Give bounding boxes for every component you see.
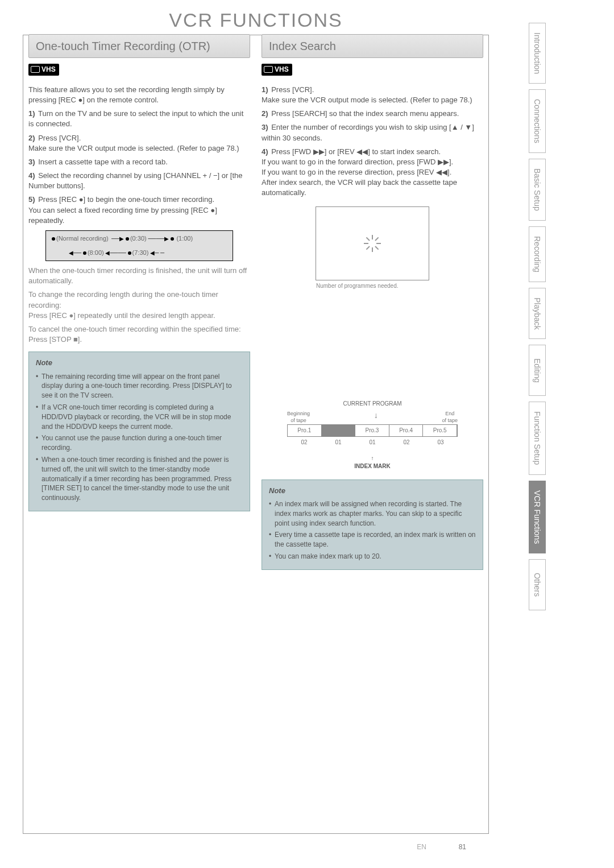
tab-editing[interactable]: Editing <box>529 345 546 396</box>
step: 2) Press [VCR].Make sure the VCR output … <box>28 133 250 154</box>
lang-label: EN <box>417 843 426 851</box>
col-left: One-touch Timer Recording (OTR) VHS This… <box>28 34 250 570</box>
tab-others[interactable]: Others <box>529 559 546 610</box>
tab-function-setup[interactable]: Function Setup <box>529 402 546 474</box>
spinner-icon <box>364 235 381 252</box>
note-box-right: Note An index mark will be assigned when… <box>262 480 483 570</box>
note-title: Note <box>269 486 476 496</box>
tab-basic-setup[interactable]: Basic Setup <box>529 159 546 221</box>
note-item: When a one-touch timer recording is fini… <box>36 455 243 503</box>
step: 1) Turn on the TV and be sure to select … <box>28 109 250 129</box>
tab-introduction[interactable]: Introduction <box>529 23 546 84</box>
page-number: 81 <box>459 843 466 851</box>
step: 3) Insert a cassette tape with a record … <box>28 157 250 167</box>
step: 2) Press [SEARCH] so that the index sear… <box>262 109 483 119</box>
tab-recording[interactable]: Recording <box>529 226 546 282</box>
otr-change: To change the recording length during th… <box>28 290 250 321</box>
step: 3) Enter the number of recordings you wi… <box>262 122 483 143</box>
page-title: VCR FUNCTIONS <box>23 5 489 35</box>
note-box-left: Note The remaining recording time will a… <box>28 352 250 511</box>
otr-intro: This feature allows you to set the recor… <box>28 85 250 105</box>
content: One-touch Timer Recording (OTR) VHS This… <box>28 34 483 570</box>
side-tabs: IntroductionConnectionsBasic SetupRecord… <box>529 23 546 610</box>
section-header-index: Index Search <box>262 34 483 58</box>
note-item: You cannot use the pause function during… <box>36 433 243 453</box>
note-item: You can make index mark up to 20. <box>269 552 476 561</box>
otr-after: When the one-touch timer recording is fi… <box>28 266 250 286</box>
step: 1) Press [VCR].Make sure the VCR output … <box>262 85 483 105</box>
search-screen-diagram: Number of programmes needed. <box>316 206 429 280</box>
step: 4) Select the recording channel by using… <box>28 171 250 191</box>
tab-connections[interactable]: Connections <box>529 89 546 153</box>
tab-playback[interactable]: Playback <box>529 288 546 340</box>
note-item: Every time a cassette tape is recorded, … <box>269 530 476 549</box>
step: 5) Press [REC ●] to begin the one-touch … <box>28 195 250 226</box>
index-diagram: CURRENT PROGRAM Beginning of tape ↓ End … <box>287 400 458 470</box>
vhs-badge-icon: VHS <box>28 64 59 76</box>
note-item: The remaining recording time will appear… <box>36 372 243 400</box>
tab-vcr-functions[interactable]: VCR Functions <box>529 481 546 553</box>
otr-cancel: To cancel the one-touch timer recording … <box>28 324 250 345</box>
section-header-otr: One-touch Timer Recording (OTR) <box>28 34 250 58</box>
note-title: Note <box>36 358 243 368</box>
note-item: An index mark will be assigned when reco… <box>269 499 476 528</box>
vhs-badge-icon: VHS <box>262 64 292 76</box>
col-right: Index Search VHS 1) Press [VCR].Make sur… <box>262 34 483 570</box>
note-item: If a VCR one-touch timer recording is co… <box>36 403 243 431</box>
step: 4) Press [FWD ▶▶] or [REV ◀◀] to start i… <box>262 147 483 199</box>
timing-diagram: (Normal recording) ──▶ (0:30) ────▶ (1:0… <box>45 230 233 261</box>
